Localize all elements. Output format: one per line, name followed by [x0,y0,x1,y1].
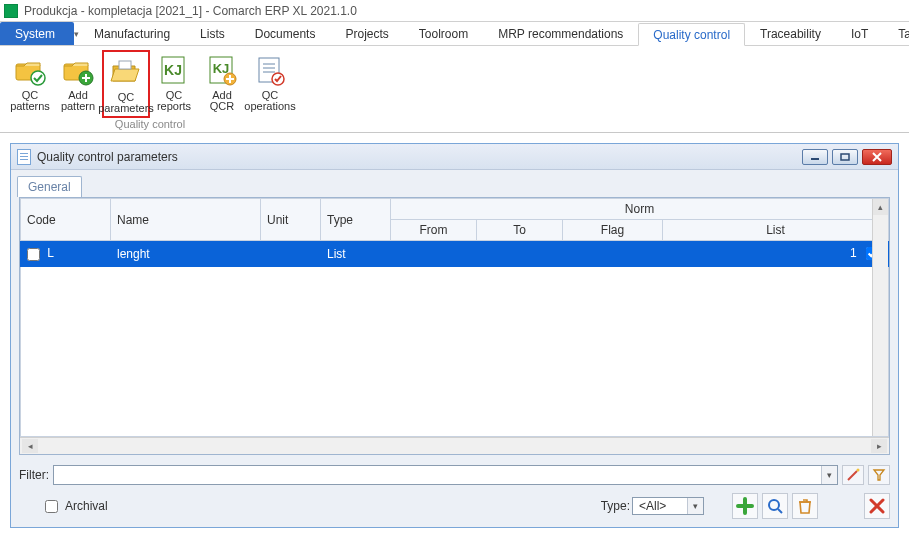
filter-edit-button[interactable] [842,465,864,485]
cell-flag[interactable] [563,241,663,267]
ribbon-qc-patterns-label: QC patterns [8,90,52,114]
menu-system[interactable]: System [0,22,74,45]
cell-unit[interactable] [261,241,321,267]
filter-input-wrap: ▾ [53,465,838,485]
scroll-up-icon[interactable]: ▴ [873,199,888,215]
svg-rect-16 [841,154,849,160]
ribbon-add-pattern-label: Add pattern [56,90,100,114]
menu-toolroom[interactable]: Toolroom [404,22,483,45]
cell-from[interactable] [391,241,477,267]
wand-icon [846,468,860,482]
scroll-right-icon[interactable]: ▸ [871,439,887,453]
menu-bar: System ▾ Manufacturing Lists Documents P… [0,22,909,46]
ribbon-qc-parameters-label: QC parameters [98,92,154,116]
close-window-button[interactable] [862,149,892,165]
type-label: Type: [601,499,630,513]
folder-open-icon [110,56,142,88]
menu-projects[interactable]: Projects [330,22,403,45]
child-titlebar: Quality control parameters [11,144,898,170]
app-titlebar: Produkcja - kompletacja [2021_1] - Comar… [0,0,909,22]
scroll-left-icon[interactable]: ◂ [22,439,38,453]
svg-point-17 [857,469,860,472]
ribbon-qc-operations[interactable]: QC operations [246,50,294,118]
cell-name[interactable]: lenght [111,241,261,267]
row-checkbox[interactable] [27,248,40,261]
ribbon-group-quality-control: QC patterns Add pattern [6,50,294,130]
col-code[interactable]: Code [21,199,111,241]
svg-text:KJ: KJ [164,62,182,78]
filter-input[interactable] [54,466,821,484]
col-unit[interactable]: Unit [261,199,321,241]
horizontal-scrollbar[interactable]: ◂ ▸ [20,437,889,454]
kj-report-plus-icon: KJ [206,54,238,86]
cell-code[interactable]: L [21,241,111,267]
svg-point-1 [31,71,45,85]
menu-iot[interactable]: IoT [836,22,883,45]
ribbon-qc-operations-label: QC operations [244,90,295,114]
menu-mrp-recommendations[interactable]: MRP recommendations [483,22,638,45]
col-to[interactable]: To [477,220,563,241]
col-flag[interactable]: Flag [563,220,663,241]
archival-checkbox-wrap[interactable]: Archival [41,497,108,516]
plus-icon [736,497,754,515]
menu-traceability[interactable]: Traceability [745,22,836,45]
maximize-button[interactable] [832,149,858,165]
list-check-icon [254,54,286,86]
svg-rect-4 [119,61,131,69]
archival-label: Archival [65,499,108,513]
funnel-wrench-icon [872,468,886,482]
chevron-down-icon: ▾ [687,498,703,514]
svg-point-18 [769,500,779,510]
minimize-button[interactable] [802,149,828,165]
filter-construct-button[interactable] [868,465,890,485]
menu-lists[interactable]: Lists [185,22,240,45]
cell-type[interactable]: List [321,241,391,267]
grid-empty-area [21,267,889,437]
type-select-value: <All> [633,499,687,513]
type-select[interactable]: <All> ▾ [632,497,704,515]
close-button[interactable] [864,493,890,519]
menu-manufacturing[interactable]: Manufacturing [79,22,185,45]
cell-code-value: L [47,246,54,260]
col-from[interactable]: From [391,220,477,241]
menu-system-label: System [15,27,55,41]
col-type[interactable]: Type [321,199,391,241]
menu-tasks[interactable]: Tasks [883,22,909,45]
app-icon [4,4,18,18]
kj-report-icon: KJ [158,54,190,86]
menu-documents[interactable]: Documents [240,22,331,45]
ribbon-add-qcr[interactable]: KJ Add QCR [198,50,246,118]
col-name[interactable]: Name [111,199,261,241]
delete-button[interactable] [792,493,818,519]
ribbon-qc-patterns[interactable]: QC patterns [6,50,54,118]
folder-check-icon [14,54,46,86]
magnifier-icon [766,497,784,515]
archival-checkbox[interactable] [45,500,58,513]
child-window-qc-parameters: Quality control parameters General Code [10,143,899,528]
cell-list-value: 1 [850,246,857,260]
cell-to[interactable] [477,241,563,267]
menu-quality-control[interactable]: Quality control [638,23,745,46]
cell-list[interactable]: 1 [663,241,889,267]
vertical-scrollbar[interactable]: ▴ [872,199,888,436]
folder-plus-icon [62,54,94,86]
col-norm[interactable]: Norm [391,199,889,220]
ribbon: QC patterns Add pattern [0,46,909,133]
ribbon-qc-reports[interactable]: KJ QC reports [150,50,198,118]
filter-label: Filter: [19,468,49,482]
tab-general[interactable]: General [17,176,82,197]
view-button[interactable] [762,493,788,519]
filter-row: Filter: ▾ [11,461,898,489]
close-icon [869,498,885,514]
child-window-title: Quality control parameters [37,150,802,164]
tabs: General [11,170,898,197]
filter-dropdown-icon[interactable]: ▾ [821,466,837,484]
ribbon-qc-parameters[interactable]: QC parameters [102,50,150,118]
ribbon-add-pattern[interactable]: Add pattern [54,50,102,118]
add-button[interactable] [732,493,758,519]
document-icon [17,149,31,165]
table-row[interactable]: L lenght List 1 [21,241,889,267]
col-list[interactable]: List [663,220,889,241]
grid: Code Name Unit Type Norm From To Flag Li… [19,197,890,455]
app-title: Produkcja - kompletacja [2021_1] - Comar… [24,4,357,18]
